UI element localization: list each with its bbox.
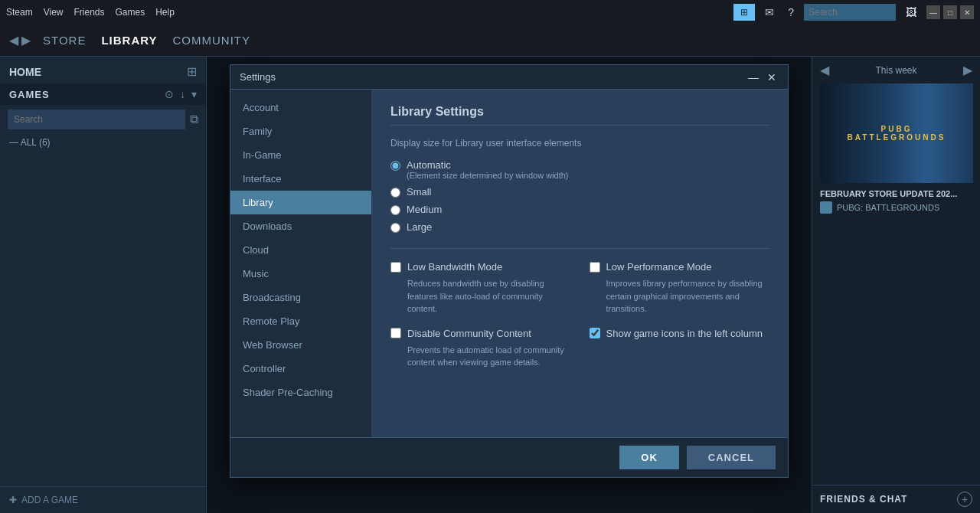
settings-content: Library Settings Display size for Librar… [372,90,788,437]
main-layout: HOME ⊞ GAMES ⊙ ↓ ▾ ⧉ — ALL (6) ✚ ADD A G… [0,57,980,513]
settings-nav-downloads[interactable]: Downloads [230,214,371,238]
navbar: ◀ ▶ STORE LIBRARY COMMUNITY [0,25,980,57]
checkbox-low-bandwidth-desc: Reduces bandwidth use by disabling featu… [390,277,571,315]
checkbox-disable-community-desc: Prevents the automatic load of community… [390,344,571,369]
settings-nav-shader[interactable]: Shader Pre-Caching [230,381,371,404]
win-controls: — □ ✕ [926,5,974,19]
settings-nav-broadcasting[interactable]: Broadcasting [230,286,371,309]
modal-overlay: Settings — ✕ Account Family In-Game Inte… [207,57,812,513]
dialog-title: Settings [240,71,276,83]
checkbox-low-performance-input[interactable] [590,262,600,273]
settings-nav-account[interactable]: Account [230,96,371,119]
help-icon[interactable]: ? [784,5,798,20]
sidebar-header: HOME ⊞ [0,57,206,83]
close-button[interactable]: ✕ [960,5,974,19]
divider-1 [390,248,769,249]
screenshot-icon[interactable]: 🖼 [902,5,920,20]
game-name: PUBG: BATTLEGROUNDS [837,203,939,212]
ok-button[interactable]: OK [619,446,679,469]
radio-large-input[interactable] [390,223,400,233]
checkbox-low-performance-label: Low Performance Mode [606,261,712,273]
checkbox-show-game-icons-input[interactable] [590,328,600,338]
game-avatar-icon [820,201,832,214]
nav-arrows: ◀ ▶ [9,33,31,47]
checkbox-show-game-icons-header: Show game icons in the left column [590,328,770,339]
dialog-minimize-btn[interactable]: — [746,70,760,84]
checkbox-low-bandwidth: Low Bandwidth Mode Reduces bandwidth use… [390,261,571,315]
checkbox-grid: Low Bandwidth Mode Reduces bandwidth use… [390,261,769,369]
search-input[interactable] [8,109,185,129]
panel-prev-button[interactable]: ◀ [820,63,829,77]
friends-chat-plus-button[interactable]: + [957,492,972,507]
panel-next-button[interactable]: ▶ [963,63,972,77]
settings-nav-webbrowser[interactable]: Web Browser [230,333,371,357]
checkbox-low-performance: Low Performance Mode Improves library pe… [590,261,770,315]
settings-dialog: Settings — ✕ Account Family In-Game Inte… [230,64,789,478]
nav-store[interactable]: STORE [43,34,86,47]
grid-view-icon[interactable]: ⊞ [187,64,197,79]
settings-nav-controller[interactable]: Controller [230,357,371,381]
games-download-btn[interactable]: ↓ [180,88,185,100]
right-panel-info: FEBRUARY STORE UPDATE 202... PUBG: BATTL… [812,183,980,220]
dialog-close-btn[interactable]: ✕ [765,70,779,84]
radio-small: Small [390,186,769,198]
checkbox-low-bandwidth-input[interactable] [390,262,401,273]
steam-icon-btn[interactable]: ⊞ [733,4,755,21]
nav-library[interactable]: LIBRARY [101,34,157,47]
menu-help[interactable]: Help [155,7,175,18]
add-game-button[interactable]: ✚ ADD A GAME [9,495,78,505]
filter-icon[interactable]: ⧉ [190,113,198,126]
this-week-label: This week [875,65,916,76]
plus-icon: ✚ [9,495,17,505]
settings-nav-music[interactable]: Music [230,262,371,286]
right-panel: ◀ This week ▶ PUBGBATTLEGROUNDS FEBRUARY… [812,57,980,513]
radio-medium: Medium [390,204,769,215]
titlebar-right: ⊞ ✉ ? 🖼 — □ ✕ [733,4,974,21]
games-expand-btn[interactable]: ▾ [191,88,197,100]
cancel-button[interactable]: CANCEL [687,446,776,469]
menu-view[interactable]: View [44,7,64,18]
dialog-body: Account Family In-Game Interface Library… [230,90,788,437]
radio-small-label: Small [407,186,432,198]
settings-nav-interface[interactable]: Interface [230,167,371,191]
all-label: — ALL (6) [9,137,51,148]
settings-nav-ingame[interactable]: In-Game [230,143,371,167]
menu-games[interactable]: Games [116,7,145,18]
settings-nav-family[interactable]: Family [230,119,371,143]
menu-friends[interactable]: Friends [74,7,104,18]
nav-community[interactable]: COMMUNITY [173,34,251,47]
pubg-background: PUBGBATTLEGROUNDS [820,83,973,183]
maximize-button[interactable]: □ [943,5,957,19]
menu-steam[interactable]: Steam [6,7,33,18]
games-history-btn[interactable]: ⊙ [165,88,174,100]
radio-automatic-label: Automatic [407,159,569,171]
display-size-radio-group: Automatic (Element size determined by wi… [390,159,769,233]
dialog-titlebar: Settings — ✕ [230,65,788,90]
display-size-description: Display size for Library user interface … [390,138,769,149]
settings-nav-remoteplay[interactable]: Remote Play [230,309,371,333]
titlebar-search-input[interactable] [804,4,896,21]
radio-large-label: Large [407,221,432,233]
notification-icon[interactable]: ✉ [761,5,778,20]
titlebar-left: Steam View Friends Games Help [6,7,175,18]
checkbox-low-bandwidth-label: Low Bandwidth Mode [407,261,502,273]
radio-small-input[interactable] [390,188,400,198]
forward-button[interactable]: ▶ [21,33,31,47]
radio-large: Large [390,221,769,233]
radio-medium-input[interactable] [390,205,400,215]
checkbox-disable-community-label: Disable Community Content [407,328,531,339]
radio-automatic-input[interactable] [390,161,400,171]
checkbox-show-game-icons-label: Show game icons in the left column [606,328,763,339]
checkbox-disable-community-input[interactable] [390,328,401,338]
checkbox-low-performance-header: Low Performance Mode [590,261,770,273]
settings-nav-cloud[interactable]: Cloud [230,238,371,262]
back-button[interactable]: ◀ [9,33,18,47]
settings-nav-library[interactable]: Library [230,191,371,214]
checkbox-low-performance-desc: Improves library performance by disablin… [590,277,770,315]
minimize-button[interactable]: — [926,5,940,19]
sidebar: HOME ⊞ GAMES ⊙ ↓ ▾ ⧉ — ALL (6) ✚ ADD A G… [0,57,207,513]
games-controls: ⊙ ↓ ▾ [165,88,197,100]
radio-automatic-sublabel: (Element size determined by window width… [407,171,569,180]
sidebar-all-section[interactable]: — ALL (6) [0,134,206,151]
titlebar-menu: Steam View Friends Games Help [6,7,175,18]
